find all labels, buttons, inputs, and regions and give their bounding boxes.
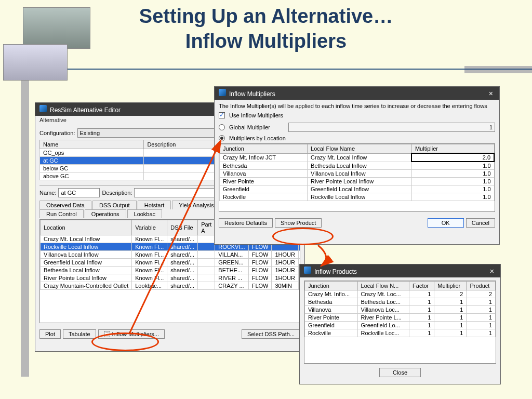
use-multipliers-label: Use Inflow Multipliers <box>229 112 283 118</box>
cancel-button[interactable]: Cancel <box>466 218 495 228</box>
table-row[interactable]: Bethesda Local InflowKnown Fl...shared/.… <box>41 267 301 274</box>
inflow-multipliers-button[interactable]: Inflow Multipliers... <box>98 329 165 339</box>
titlebar-products[interactable]: Inflow Products × <box>300 264 500 277</box>
col-header: Variable <box>132 220 167 235</box>
window-title: Inflow Products <box>314 268 357 275</box>
titlebar-multipliers[interactable]: Inflow Multipliers × <box>215 87 499 100</box>
table-row[interactable]: Villanova Local InflowKnown Fl...shared/… <box>41 251 301 259</box>
table-row[interactable]: RockvilleRockville Local Inflow1.0 <box>220 193 495 201</box>
table-row[interactable]: Crazy Mt. Inflo...Crazy Mt. Loc...122 <box>305 290 496 298</box>
by-location-radio[interactable] <box>219 135 225 141</box>
table-row[interactable]: BethesdaBethesda Loc...111 <box>305 298 496 306</box>
name-label: Name: <box>39 190 56 196</box>
desc-label: Description: <box>102 190 132 196</box>
col-header: Junction <box>305 282 358 290</box>
thumbnail-dam <box>23 7 90 49</box>
products-table[interactable]: JunctionLocal Flow N...FactorMultiplierP… <box>304 281 496 337</box>
tabulate-button[interactable]: Tabulate <box>63 329 96 339</box>
config-label: Configuration: <box>39 130 75 136</box>
table-row[interactable]: River PointeRiver Pointe Local Inflow1.0 <box>220 178 495 185</box>
ok-button[interactable]: OK <box>428 218 464 228</box>
table-row[interactable]: Crazy Mountain-Controlled OutletLookbac.… <box>41 282 301 290</box>
table-row[interactable]: Greenfield Local InflowKnown Fl...shared… <box>41 259 301 267</box>
thumbnail-graph <box>3 44 68 81</box>
table-row[interactable]: GreenfieldGreenfield Local Inflow1.0 <box>220 185 495 193</box>
tab-observed-data[interactable]: Observed Data <box>39 201 91 209</box>
table-row[interactable]: River Pointe Local InflowKnown Fl...shar… <box>41 274 301 282</box>
window-inflow-products: Inflow Products × JunctionLocal Flow N..… <box>299 264 501 384</box>
col-header: Location <box>41 220 132 235</box>
col-name: Name <box>40 140 144 149</box>
window-title: ResSim Alternative Editor <box>50 107 121 114</box>
multipliers-description: The Inflow Multiplier(s) will be applied… <box>219 103 495 109</box>
close-icon[interactable]: × <box>488 267 496 275</box>
select-dss-path-button[interactable]: Select DSS Path... <box>242 329 300 339</box>
global-multiplier-label: Global Multiplier <box>229 124 286 130</box>
global-multiplier-radio[interactable] <box>219 124 225 130</box>
show-product-button[interactable]: Show Product <box>275 218 322 228</box>
col-header: Multiplier <box>434 282 467 290</box>
by-location-label: Multipliers by Location <box>229 135 286 141</box>
tab-dss-output[interactable]: DSS Output <box>92 201 137 209</box>
table-row[interactable]: VillanovaVillanova Loc...111 <box>305 306 496 314</box>
table-row[interactable]: BethesdaBethesda Local Inflow1.0 <box>220 162 495 170</box>
accent-rule <box>21 69 532 70</box>
col-local-flow: Local Flow Name <box>308 144 412 154</box>
multipliers-table[interactable]: Junction Local Flow Name Multiplier Craz… <box>219 144 495 201</box>
tab-operations[interactable]: Operations <box>85 209 126 218</box>
use-multipliers-checkbox[interactable] <box>219 112 225 118</box>
close-icon[interactable]: × <box>487 89 495 98</box>
table-row[interactable]: RockvilleRockville Loc...111 <box>305 329 496 337</box>
close-button[interactable]: Close <box>379 368 421 377</box>
col-header: Product <box>467 282 496 290</box>
col-junction: Junction <box>220 144 308 154</box>
tab-run-control[interactable]: Run Control <box>39 209 84 218</box>
global-multiplier-field[interactable] <box>288 123 495 132</box>
col-header: DSS File <box>167 220 198 235</box>
table-row[interactable]: River PointeRiver Pointe L...111 <box>305 314 496 322</box>
restore-defaults-button[interactable]: Restore Defaults <box>219 218 273 228</box>
name-field[interactable] <box>58 188 100 197</box>
col-header: Factor <box>409 282 434 290</box>
table-row[interactable]: VillanovaVillanova Local Inflow1.0 <box>220 170 495 178</box>
window-inflow-multipliers: Inflow Multipliers × The Inflow Multipli… <box>214 86 500 245</box>
plot-button[interactable]: Plot <box>39 329 61 339</box>
app-icon <box>304 267 311 274</box>
tab-hotstart[interactable]: Hotstart <box>138 201 171 209</box>
tab-yield-analysis[interactable]: Yield Analysis <box>172 201 220 209</box>
table-row[interactable]: GreenfieldGreenfield Lo...111 <box>305 322 496 329</box>
accent-bar-vertical <box>21 75 29 377</box>
table-row[interactable]: Crazy Mt. Inflow JCTCrazy Mt. Local Infl… <box>220 153 495 162</box>
accent-bar-gray <box>464 66 532 73</box>
tab-lookback[interactable]: Lookbac <box>127 209 163 218</box>
sheet-icon <box>104 331 110 337</box>
col-header: Local Flow N... <box>357 282 409 290</box>
window-title: Inflow Multipliers <box>229 90 275 98</box>
col-multiplier: Multiplier <box>411 144 494 154</box>
app-icon <box>219 89 226 96</box>
col-header: Part A <box>198 220 215 235</box>
app-icon <box>39 105 47 112</box>
